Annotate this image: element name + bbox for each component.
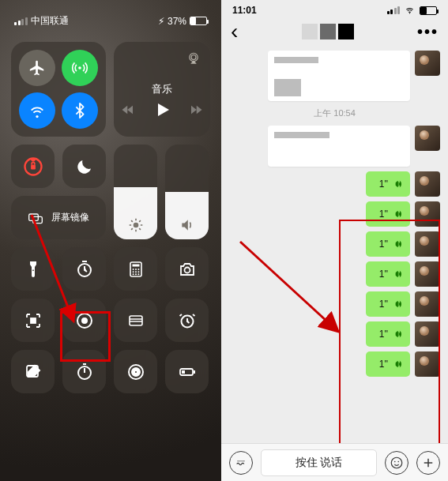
voice-bubble[interactable]: 1'' — [366, 171, 410, 197]
low-power-button[interactable] — [165, 350, 209, 393]
wallet-button[interactable] — [114, 299, 157, 342]
cellular-toggle[interactable] — [62, 50, 98, 86]
svg-rect-10 — [132, 264, 139, 266]
chat-scroll-area[interactable]: 上午 10:54 1''1''1''1''1''1''1'' — [221, 47, 448, 443]
svg-rect-21 — [31, 318, 36, 323]
timestamp-label: 上午 10:54 — [229, 107, 440, 119]
cellular-icon — [71, 59, 88, 77]
notes-button[interactable] — [11, 350, 55, 393]
alarm-button[interactable] — [165, 299, 209, 342]
orientation-lock-button[interactable] — [11, 145, 55, 188]
more-button[interactable]: ••• — [417, 23, 439, 41]
svg-point-13 — [137, 269, 139, 270]
wechat-chat-screen: 11:01 ‹ ••• 上午 10:54 1''1''1''1''1''1''1… — [221, 0, 448, 481]
camera-button[interactable] — [165, 247, 209, 291]
airplane-icon — [28, 59, 46, 77]
alarm-icon — [178, 311, 197, 330]
sound-wave-icon — [393, 209, 404, 220]
svg-point-11 — [132, 269, 134, 270]
back-button[interactable]: ‹ — [231, 24, 238, 39]
svg-point-0 — [78, 66, 81, 70]
wifi-icon — [404, 6, 416, 15]
connectivity-panel[interactable] — [11, 42, 106, 137]
svg-point-36 — [235, 457, 247, 468]
ios-control-center: 中国联通 ⚡︎ 37% 音乐 — [0, 0, 221, 481]
prev-button[interactable] — [121, 103, 135, 120]
voice-keyboard-toggle[interactable] — [229, 451, 253, 475]
signal-icon — [14, 17, 28, 25]
annotation-highlight-voice — [339, 220, 440, 443]
do-not-disturb-button[interactable] — [62, 145, 106, 188]
svg-point-40 — [243, 460, 245, 462]
qr-icon — [24, 311, 43, 330]
keyboard-wave-icon — [234, 456, 248, 470]
flashlight-button[interactable] — [11, 247, 55, 291]
battery-low-icon — [178, 363, 197, 381]
calculator-button[interactable] — [114, 247, 157, 291]
brightness-icon — [128, 217, 144, 233]
screen-mirror-button[interactable]: 屏幕镜像 — [11, 196, 106, 239]
volume-icon — [179, 217, 195, 233]
svg-point-19 — [137, 273, 139, 275]
timer-button[interactable] — [62, 247, 106, 291]
svg-point-42 — [394, 460, 396, 462]
link-message[interactable] — [268, 126, 410, 167]
brightness-slider[interactable] — [114, 145, 157, 239]
orientation-lock-icon — [22, 156, 44, 178]
svg-point-17 — [132, 273, 134, 275]
svg-rect-31 — [194, 370, 195, 374]
voice-message-row: 1'' — [229, 171, 440, 197]
svg-point-18 — [135, 273, 137, 275]
avatar[interactable] — [415, 126, 440, 151]
stopwatch-icon — [75, 363, 94, 381]
svg-point-1 — [190, 53, 198, 62]
wifi-icon — [28, 102, 46, 119]
airplay-icon[interactable] — [186, 51, 201, 66]
message-row — [229, 126, 440, 167]
svg-point-12 — [135, 269, 137, 270]
compose-icon — [24, 363, 43, 381]
qr-scan-button[interactable] — [11, 299, 55, 342]
utility-grid — [11, 247, 210, 393]
message-row — [229, 51, 440, 101]
add-button[interactable] — [416, 451, 440, 475]
svg-point-14 — [132, 271, 134, 272]
svg-point-15 — [135, 271, 137, 272]
smile-icon — [390, 456, 404, 470]
signal-icon — [387, 6, 401, 14]
play-button[interactable] — [152, 100, 171, 122]
next-button[interactable] — [189, 103, 203, 120]
link-message[interactable] — [268, 51, 410, 101]
svg-point-7 — [133, 223, 138, 228]
nav-bar: ‹ ••• — [221, 16, 448, 47]
hold-to-talk-button[interactable]: 按住 说话 — [261, 449, 377, 476]
emoji-button[interactable] — [385, 451, 408, 475]
wifi-toggle[interactable] — [19, 92, 55, 129]
plus-icon — [421, 456, 435, 470]
volume-slider[interactable] — [165, 145, 209, 239]
voice-duration: 1'' — [379, 209, 388, 220]
svg-point-38 — [239, 460, 241, 462]
status-bar: 11:01 — [221, 0, 448, 16]
music-label: 音乐 — [152, 82, 172, 96]
accessibility-button[interactable] — [114, 350, 157, 393]
music-panel[interactable]: 音乐 — [114, 42, 210, 137]
calculator-icon — [126, 260, 145, 279]
bluetooth-toggle[interactable] — [62, 92, 98, 129]
svg-rect-24 — [130, 316, 142, 325]
svg-rect-4 — [31, 164, 36, 169]
wallet-icon — [126, 311, 145, 330]
stopwatch-button[interactable] — [62, 350, 106, 393]
svg-point-39 — [242, 460, 243, 462]
sound-wave-icon — [393, 178, 404, 190]
avatar[interactable] — [415, 171, 440, 197]
svg-point-28 — [129, 365, 143, 379]
battery-icon — [190, 17, 207, 25]
screen-mirror-icon — [28, 210, 43, 226]
avatar[interactable] — [415, 51, 440, 76]
charging-icon: ⚡︎ — [158, 16, 164, 27]
airplane-toggle[interactable] — [19, 50, 55, 86]
svg-point-20 — [184, 267, 190, 272]
battery-icon — [420, 6, 437, 15]
screen-record-button[interactable] — [62, 299, 106, 342]
